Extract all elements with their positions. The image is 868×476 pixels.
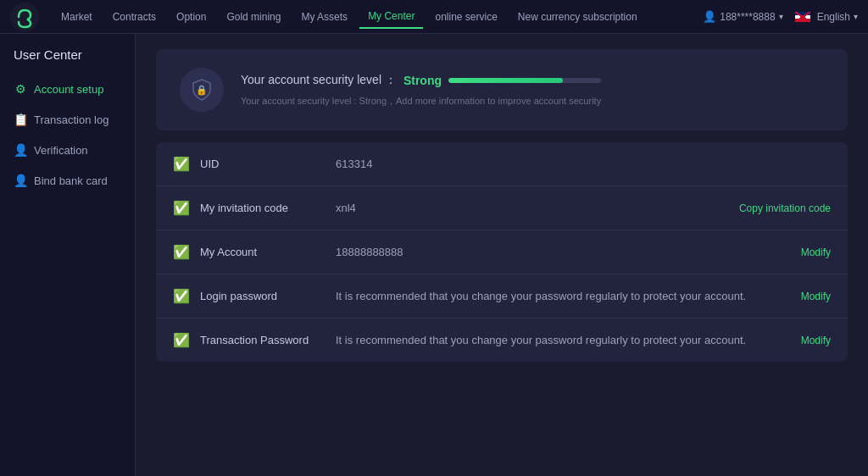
progress-bar-fill: [448, 78, 563, 83]
shield-icon-wrap: 🔒: [180, 68, 224, 112]
nav-right: 👤 188****8888 ▾ English ▾: [703, 10, 858, 23]
field-name-tx-password: Transaction Password: [200, 334, 336, 346]
security-level-row: Your account security level ： Strong: [241, 73, 824, 88]
field-value-invitation: xnl4: [336, 202, 739, 214]
modify-tx-password-button[interactable]: Modify: [801, 335, 831, 346]
sidebar-label-verification: Verification: [34, 144, 88, 157]
field-value-account: 18888888888: [336, 246, 801, 258]
nav-item-contracts[interactable]: Contracts: [104, 6, 164, 28]
sidebar-label-transaction-log: Transaction log: [34, 113, 108, 126]
page-title: User Center: [0, 47, 135, 74]
sidebar-label-account-setup: Account setup: [34, 83, 103, 96]
log-icon: 📋: [14, 113, 27, 126]
svg-text:🔒: 🔒: [196, 84, 208, 96]
table-row: ✅ Transaction Password It is recommended…: [156, 318, 848, 362]
sidebar-label-bind-bank: Bind bank card: [34, 174, 108, 187]
language-label: English: [817, 11, 850, 23]
security-label: Your account security level ：: [241, 73, 397, 88]
flag-icon: [795, 12, 810, 22]
username: 188****8888: [720, 11, 775, 23]
field-name-login-password: Login password: [200, 290, 336, 302]
security-info: Your account security level ： Strong You…: [241, 73, 824, 108]
verification-icon: 👤: [14, 143, 27, 157]
nav-item-online-service[interactable]: online service: [426, 6, 505, 28]
nav-item-market[interactable]: Market: [53, 6, 101, 28]
progress-bar-bg: [448, 78, 601, 83]
nav-item-new-currency[interactable]: New currency subscription: [509, 6, 646, 28]
table-row: ✅ My invitation code xnl4 Copy invitatio…: [156, 186, 848, 230]
nav-language[interactable]: English ▾: [795, 11, 858, 23]
field-name-invitation: My invitation code: [200, 202, 336, 214]
sidebar: User Center ⚙ Account setup 📋 Transactio…: [0, 34, 136, 476]
nav-item-my-center[interactable]: My Center: [359, 5, 423, 29]
field-name-uid: UID: [200, 158, 336, 170]
sidebar-item-account-setup[interactable]: ⚙ Account setup: [0, 74, 135, 104]
nav-item-gold-mining[interactable]: Gold mining: [218, 6, 289, 28]
shield-icon: 🔒: [190, 78, 214, 102]
copy-invitation-code-button[interactable]: Copy invitation code: [739, 202, 831, 214]
nav-item-option[interactable]: Option: [168, 6, 214, 28]
nav-item-my-assets[interactable]: My Assets: [292, 6, 356, 28]
chevron-down-icon: ▾: [779, 12, 783, 21]
nav-links: Market Contracts Option Gold mining My A…: [53, 5, 703, 29]
field-name-account: My Account: [200, 246, 336, 258]
nav-user[interactable]: 👤 188****8888 ▾: [703, 10, 782, 23]
table-row: ✅ My Account 18888888888 Modify: [156, 230, 848, 274]
main-content: 🔒 Your account security level ： Strong Y…: [136, 34, 868, 476]
check-icon: ✅: [173, 200, 190, 216]
logo-icon[interactable]: [10, 3, 39, 31]
info-card: ✅ UID 613314 ✅ My invitation code xnl4 C…: [156, 142, 848, 362]
security-card: 🔒 Your account security level ： Strong Y…: [156, 49, 848, 130]
field-value-login-password: It is recommended that you change your p…: [336, 290, 801, 302]
check-icon: ✅: [173, 156, 190, 172]
table-row: ✅ UID 613314: [156, 142, 848, 186]
user-icon: 👤: [703, 10, 716, 23]
modify-login-password-button[interactable]: Modify: [801, 291, 831, 302]
modify-account-button[interactable]: Modify: [801, 246, 831, 258]
check-icon: ✅: [173, 332, 190, 348]
check-icon: ✅: [173, 244, 190, 260]
page-container: User Center ⚙ Account setup 📋 Transactio…: [0, 34, 868, 476]
security-level-value: Strong: [403, 74, 442, 87]
field-value-uid: 613314: [336, 158, 831, 170]
security-desc: Your account security level : Strong，Add…: [241, 95, 824, 108]
sidebar-item-bind-bank-card[interactable]: 👤 Bind bank card: [0, 165, 135, 196]
gear-icon: ⚙: [14, 82, 27, 96]
field-value-tx-password: It is recommended that you change your p…: [336, 334, 801, 346]
sidebar-item-transaction-log[interactable]: 📋 Transaction log: [0, 104, 135, 135]
top-nav: Market Contracts Option Gold mining My A…: [0, 0, 868, 34]
bank-icon: 👤: [14, 174, 27, 187]
chevron-down-icon-lang: ▾: [854, 12, 858, 21]
table-row: ✅ Login password It is recommended that …: [156, 274, 848, 318]
check-icon: ✅: [173, 288, 190, 304]
sidebar-item-verification[interactable]: 👤 Verification: [0, 135, 135, 165]
